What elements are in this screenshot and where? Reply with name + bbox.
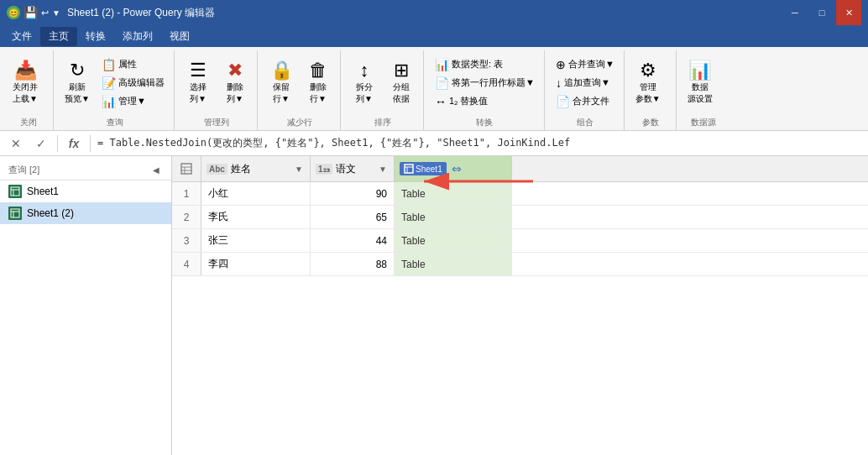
delete-col-button[interactable]: ✖ 删除列▼ xyxy=(218,59,252,107)
first-row-header-button[interactable]: 📄 将第一行用作标题▼ xyxy=(431,75,539,92)
delete-rows-button[interactable]: 🗑 删除行▼ xyxy=(301,59,335,107)
manage-params-label: 管理参数▼ xyxy=(635,81,661,105)
query-item-sheet1-2-label: Sheet1 (2) xyxy=(27,207,74,219)
col-name-dropdown[interactable]: ▼ xyxy=(293,163,305,175)
title-icons: 😊 💾 ↩ ▼ xyxy=(7,6,60,19)
close-load-icon: 📥 xyxy=(14,61,37,80)
sort-group-label: 排序 xyxy=(348,115,418,128)
ribbon-group-transform: 📊 数据类型: 表 📄 将第一行用作标题▼ ↔ 1₂ 替换值 转换 xyxy=(426,50,545,130)
combine-group-label: 组合 xyxy=(552,115,619,128)
cell-3-lang: 44 xyxy=(311,229,395,252)
append-query-label: 追加查询▼ xyxy=(564,76,610,89)
col-header-name: Abc 姓名 ▼ xyxy=(201,156,311,181)
datasource-settings-label: 数据源设置 xyxy=(688,81,713,105)
delete-col-icon: ✖ xyxy=(227,61,243,80)
merge-query-icon: ⊕ xyxy=(556,58,566,71)
append-query-icon: ↓ xyxy=(556,76,562,90)
window-controls: ─ □ ✕ xyxy=(782,0,861,25)
close-load-button[interactable]: 📥 关闭并上载▼ xyxy=(8,59,42,107)
menu-bar: 文件 主页 转换 添加列 视图 xyxy=(0,25,868,47)
col-header-sheet1: Sheet1 ⇔ xyxy=(395,156,512,181)
quick-dropdown[interactable]: ▼ xyxy=(52,8,60,18)
data-type-button[interactable]: 📊 数据类型: 表 xyxy=(431,56,539,73)
table-row: 1 小红 90 Table xyxy=(172,182,868,206)
formula-separator2 xyxy=(90,135,91,152)
svg-rect-6 xyxy=(181,164,191,174)
properties-button[interactable]: 📋 属性 xyxy=(97,56,169,73)
menu-file[interactable]: 文件 xyxy=(3,27,40,46)
cell-4-name: 李四 xyxy=(201,253,311,275)
manage-params-icon: ⚙ xyxy=(640,61,656,80)
merge-query-label: 合并查询▼ xyxy=(568,58,614,71)
row-num-4: 4 xyxy=(172,253,201,275)
properties-label: 属性 xyxy=(118,58,137,71)
col-sheet1-expand[interactable]: ⇔ xyxy=(450,160,463,177)
col-name-text: 姓名 xyxy=(231,162,290,176)
quick-save[interactable]: 💾 xyxy=(24,6,38,19)
query-panel: 查询 [2] ◀ Sheet1 Sheet1 (2) xyxy=(0,156,172,455)
datasource-settings-button[interactable]: 📊 数据源设置 xyxy=(683,59,717,107)
data-area: Abc 姓名 ▼ 1₂₃ 语文 ▼ Sheet1 ⇔ 1 小红 xyxy=(172,156,868,455)
append-query-button[interactable]: ↓ 追加查询▼ xyxy=(552,75,619,92)
ribbon-group-close: 📥 关闭并上载▼ 关闭 xyxy=(3,50,54,130)
select-col-button[interactable]: ☰ 选择列▼ xyxy=(181,59,215,107)
maximize-button[interactable]: □ xyxy=(809,0,834,25)
grid-body: 1 小红 90 Table 2 李氏 65 Table 3 张三 44 Tabl… xyxy=(172,182,868,455)
group-by-label: 分组依据 xyxy=(393,81,410,105)
transform-small-buttons: 📊 数据类型: 表 📄 将第一行用作标题▼ ↔ 1₂ 替换值 xyxy=(431,56,539,110)
quick-undo[interactable]: ↩ xyxy=(41,8,49,18)
sort-buttons: ↕ 拆分列▼ ⊞ 分组依据 xyxy=(348,50,418,115)
group-by-icon: ⊞ xyxy=(394,61,409,80)
cell-3-name: 张三 xyxy=(201,229,311,252)
window-title: Sheet1 (2) - Power Query 编辑器 xyxy=(67,6,782,20)
query-item-sheet1-2[interactable]: Sheet1 (2) xyxy=(0,202,171,224)
ribbon: 📥 关闭并上载▼ 关闭 ↻ 刷新预览▼ 📋 属性 📝 xyxy=(0,47,868,131)
replace-values-button[interactable]: ↔ 1₂ 替换值 xyxy=(431,93,539,110)
col-sheet1-btn[interactable]: Sheet1 xyxy=(400,162,447,175)
minimize-button[interactable]: ─ xyxy=(782,0,808,25)
query-group-label: 查询 xyxy=(60,115,169,128)
col-type-abc: Abc xyxy=(207,164,227,175)
menu-home[interactable]: 主页 xyxy=(40,27,77,46)
split-col-button[interactable]: ↕ 拆分列▼ xyxy=(348,59,381,107)
formula-text[interactable]: = Table.NestedJoin(更改的类型, {"姓名"}, Sheet1… xyxy=(97,136,861,150)
menu-add-column[interactable]: 添加列 xyxy=(114,27,161,46)
col-lang-text: 语文 xyxy=(336,162,374,176)
table-row: 4 李四 88 Table xyxy=(172,253,868,276)
svg-rect-0 xyxy=(11,187,19,196)
formula-cancel-button[interactable]: ✕ xyxy=(7,134,25,153)
grid-header: Abc 姓名 ▼ 1₂₃ 语文 ▼ Sheet1 ⇔ xyxy=(172,156,868,182)
svg-rect-10 xyxy=(405,165,413,173)
group-by-button[interactable]: ⊞ 分组依据 xyxy=(384,59,418,107)
query-item-sheet1-label: Sheet1 xyxy=(27,186,59,197)
advanced-editor-button[interactable]: 📝 高级编辑器 xyxy=(97,75,169,92)
advanced-editor-label: 高级编辑器 xyxy=(118,76,165,89)
query-item-sheet1[interactable]: Sheet1 xyxy=(0,180,171,202)
formula-fx-button[interactable]: fx xyxy=(65,134,83,153)
col-lang-dropdown[interactable]: ▼ xyxy=(377,163,389,175)
select-col-label: 选择列▼ xyxy=(190,81,207,105)
close-buttons: 📥 关闭并上载▼ xyxy=(8,50,48,115)
merge-query-button[interactable]: ⊕ 合并查询▼ xyxy=(552,56,619,73)
panel-collapse-button[interactable]: ◀ xyxy=(149,163,163,176)
close-button[interactable]: ✕ xyxy=(836,0,861,25)
manage-button[interactable]: 📊 管理▼ xyxy=(97,93,169,110)
ribbon-group-sort: ↕ 拆分列▼ ⊞ 分组依据 排序 xyxy=(342,50,424,130)
ribbon-group-datasource: 📊 数据源设置 数据源 xyxy=(678,50,729,130)
keep-rows-button[interactable]: 🔒 保留行▼ xyxy=(264,59,298,107)
table-row: 2 李氏 65 Table xyxy=(172,206,868,229)
refresh-button[interactable]: ↻ 刷新预览▼ xyxy=(60,59,94,107)
formula-confirm-button[interactable]: ✓ xyxy=(32,134,50,153)
menu-view[interactable]: 视图 xyxy=(161,27,198,46)
replace-values-icon: ↔ xyxy=(435,95,447,108)
ribbon-content: 📥 关闭并上载▼ 关闭 ↻ 刷新预览▼ 📋 属性 📝 xyxy=(0,47,868,130)
data-type-label: 数据类型: 表 xyxy=(452,58,503,71)
select-col-icon: ☰ xyxy=(190,61,207,80)
ribbon-group-reduce: 🔒 保留行▼ 🗑 删除行▼ 减少行 xyxy=(259,50,341,130)
delete-col-label: 删除列▼ xyxy=(227,81,243,105)
first-row-header-label: 将第一行用作标题▼ xyxy=(452,76,535,89)
merge-files-button[interactable]: 📄 合并文件 xyxy=(552,93,619,110)
close-load-label: 关闭并上载▼ xyxy=(13,81,38,105)
menu-transform[interactable]: 转换 xyxy=(77,27,114,46)
manage-params-button[interactable]: ⚙ 管理参数▼ xyxy=(631,59,665,107)
